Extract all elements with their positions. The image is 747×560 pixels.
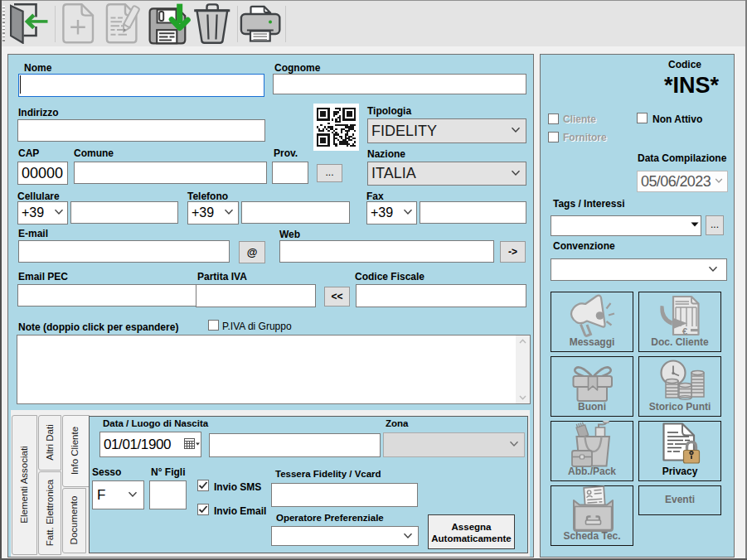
svg-text:€: € — [682, 326, 687, 336]
